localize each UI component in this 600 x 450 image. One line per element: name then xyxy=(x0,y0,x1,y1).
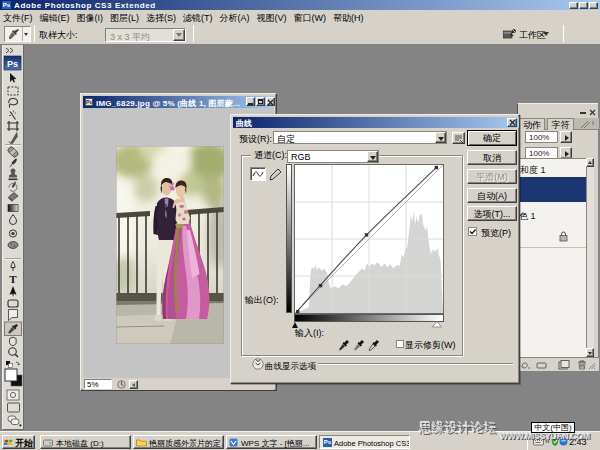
svg-text:T: T xyxy=(9,273,17,285)
svg-text:Ps: Ps xyxy=(7,59,18,69)
